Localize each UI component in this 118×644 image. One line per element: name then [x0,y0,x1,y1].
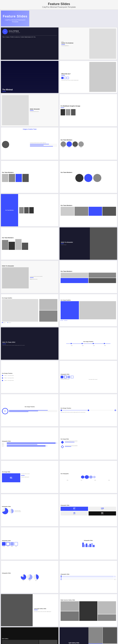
infographic35-heading: Infographic Slide [60,574,70,575]
vp1 [2,240,8,250]
slide-8[interactable]: Calypso Creative Team Lorem ipsum dolor … [1,127,59,160]
slide-6[interactable]: Hello! Alexander Lorem ipsum dolor sit a… [1,94,59,126]
slide-16[interactable]: Hello! I'm Alexander Lorem ipsum dolor s… [1,260,59,293]
icon3 [67,77,69,79]
big-circle1 [75,174,84,182]
diamond1 [61,441,64,444]
portrait3 [16,174,22,182]
slide-9[interactable]: Our Team Members Name Name Name Name [59,127,117,160]
slide-27[interactable]: Our Image Slide Lorem ipsum dolor sit am… [59,427,117,460]
slide-1[interactable]: Feature Slides CalyPso Minimal Powerpoin… [1,10,30,26]
slide-18[interactable]: Our Image Headline Option 1 Option 2 [1,294,59,327]
slide-4[interactable]: The Minimal [1,61,59,93]
team13-heading: Our Team Members [60,205,72,206]
slide-15[interactable]: Hello! I'm Alexander Graphic Designer [59,227,117,260]
slide-37[interactable]: Right masonry Gallery Slide [59,594,117,626]
lg-photo4 [102,207,116,216]
page-title: Feature Slides [0,2,118,6]
image18-heading: Our Image Headline [2,298,12,298]
gm3 [60,278,88,283]
multitask-heading: I'm Multitask Graphic Design [60,105,80,107]
vp3 [15,239,22,250]
slide-11[interactable]: Our Team Members [59,161,117,193]
slide-24[interactable]: Our Image Timeline 60% [1,394,59,427]
lg-photo1 [60,207,74,216]
big-circle3 [93,174,101,182]
img2 [66,109,70,116]
inf-icon4 [71,376,74,378]
ourinfographic-heading: Our Infographic [60,473,69,474]
inf-icon3 [68,376,70,378]
slide-23[interactable]: Infographic Slide Lorem ipsum dolor sit … [59,360,117,393]
hello-name: Hello! I'm Andrew [61,42,88,44]
slide-17[interactable]: Our Team Members [59,260,117,293]
portrait2 [9,174,15,182]
slide-7[interactable]: I'm Multitask Graphic Design [59,94,117,126]
slide-35[interactable]: Infographic Slide Step 1 Step 2 Step 3 [59,560,117,593]
slide-2[interactable]: C CALYPSO THE JOURNEY ONWARDS This is Ca… [1,27,59,60]
infographic30-heading: Infographic Slide [2,506,11,507]
infographic26-heading: Infographic Slide [2,441,11,442]
slide-12[interactable]: Our Team Members [1,194,59,226]
big-circle2 [84,174,92,182]
team17-heading: Our Team Members [60,271,72,272]
feature-title: Feature Slides [3,14,27,18]
intro2014-heading: Intro To Team 2014 [2,342,15,343]
gm2 [88,273,116,278]
infographic33-heading: Infographic Slide [84,540,93,541]
slide-39[interactable]: Split Gallery Slide [59,627,117,644]
gm4 [88,278,116,283]
slide-19[interactable]: Our Image Headline ▶ Link 1 ▶ Link 2 [59,294,117,327]
slide-31[interactable]: Infographic Slide 87 Projects 120 Client… [59,494,117,526]
slide-30[interactable]: Infographic Slide 70% Lorem ipsum dolor … [1,494,59,526]
slide-5[interactable]: What We Do? Lorem ipsum dolor sit amet c… [59,61,117,93]
image19-heading: Our Image Headline [60,300,71,301]
team12-heading: Our Team Members [6,210,14,211]
inf-icon1 [60,376,63,378]
p2 [24,207,29,214]
team10-heading: Our Team Members [2,172,14,173]
p1 [19,207,24,214]
slide-21[interactable]: Our Image Timeline 2011 2012 2013 2014 [59,327,117,360]
person1-img [2,141,9,148]
slide-13[interactable]: Our Team Members [59,194,117,226]
intro-heading: This is Calypso. Profile An awesome, Cre… [2,36,57,38]
team14-heading: Our Team Members [2,237,14,238]
dark-gallery-heading: Dark Gallery [2,638,8,639]
slide-3[interactable]: Hello! Hello! I'm Andrew Creative Digita… [59,27,117,60]
vp4 [22,243,28,250]
slide-34[interactable]: Infographic Slide 80% 60% 45% [1,560,59,593]
img3 [71,109,76,116]
calypso-logo-box: C [2,29,8,34]
slide-29[interactable]: Our Infographic 85% 75% 60% 45% [59,460,117,493]
slide-28[interactable]: Our Image Slide 01 Lorem ipsum dolor sit… [1,460,59,493]
portrait4 [22,174,29,182]
slides-grid: Feature Slides CalyPso Minimal Powerpoin… [0,10,118,644]
calypso-tagline: THE JOURNEY ONWARDS [9,32,20,33]
calypso-name: CALYPSO [9,30,20,32]
timeline25-heading: Our Design Timeline [60,408,71,409]
slide-26[interactable]: Infographic Slide Item 1 80% Item 2 55% … [1,427,59,460]
split-gallery-heading: Split Gallery Slide [68,642,79,644]
slide-32[interactable]: Infographic Slide Design Code Brand Phot… [1,527,59,560]
slide-33[interactable]: Infographic Slide [59,527,117,560]
page-header: Feature Slides CalyPso Minimal Powerpoin… [0,0,118,10]
lg-photo3 [88,207,102,216]
slide-20[interactable]: Intro To Team 2014 Lorem ipsum dolor sit… [1,327,59,360]
slide27-heading: Our Image Slide [60,438,69,440]
slide-25[interactable]: Our Design Timeline Lorem ipsum dolor si… [59,394,117,427]
slide-14[interactable]: Our Team Members [1,227,59,260]
hello2-heading: Hello! Alexander [30,108,57,110]
hello-alex2-heading: Hello! I'm Alexander [2,265,14,266]
infographic31-heading: Infographic Slide [60,505,70,506]
minimal-title: The Minimal [2,89,13,91]
hex3 [89,476,92,479]
member2: Name [66,142,72,148]
slide-36[interactable]: Left Image Gallery Slide Lorem ipsum dol… [1,594,59,626]
page-subtitle: CalyPso Minimal Powerpoint Template [0,6,118,8]
slide-38[interactable]: Dark Gallery [1,627,59,644]
slide-22[interactable]: Our Design Timeline Phase 1 - Lorem ipsu… [1,360,59,393]
member3: Name [72,142,78,148]
slide-10[interactable]: Our Team Members [1,161,59,193]
infographic23-heading: Infographic Slide [60,374,70,375]
